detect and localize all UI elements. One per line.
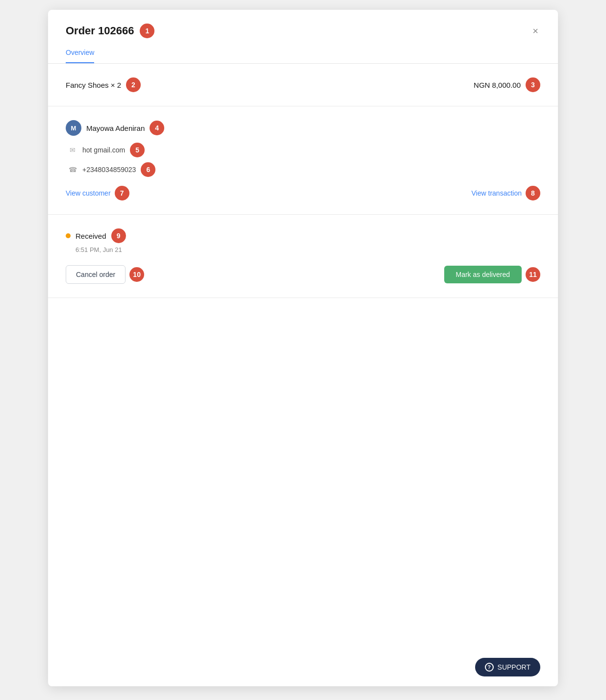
modal-header: Order 102666 1 × [48, 10, 558, 38]
modal-body: Fancy Shoes × 2 2 NGN 8,000.00 3 M Mayow… [48, 64, 558, 473]
view-transaction-badge: 8 [526, 186, 540, 200]
customer-avatar: M [66, 120, 81, 136]
status-section: Received 9 6:51 PM, Jun 21 Cancel order … [48, 215, 558, 298]
view-transaction-link[interactable]: View transaction [472, 189, 522, 197]
email-badge: 5 [130, 143, 145, 157]
status-label: Received [76, 232, 106, 240]
cancel-container: Cancel order 10 [66, 265, 144, 284]
support-button[interactable]: ? SUPPORT [475, 658, 540, 676]
phone-badge: 6 [141, 162, 155, 177]
customer-name-badge: 4 [150, 121, 164, 135]
action-row: Cancel order 10 Mark as delivered 11 [66, 265, 540, 284]
status-row: Received 9 [66, 228, 540, 243]
deliver-badge: 11 [526, 267, 540, 282]
phone-icon: ☎ [68, 166, 77, 174]
product-price-container: NGN 8,000.00 3 [474, 77, 540, 92]
email-text: hot gmail.com [82, 146, 125, 154]
phone-row: ☎ +2348034859023 6 [66, 162, 540, 177]
modal-footer: ? SUPPORT [48, 473, 558, 686]
mark-delivered-button[interactable]: Mark as delivered [444, 266, 522, 283]
product-section: Fancy Shoes × 2 2 NGN 8,000.00 3 [48, 64, 558, 106]
customer-name-text: Mayowa Adeniran [86, 124, 145, 132]
title-badge: 1 [140, 24, 154, 38]
product-price-text: NGN 8,000.00 [474, 81, 521, 89]
view-customer-badge: 7 [115, 186, 129, 200]
product-name-text: Fancy Shoes × 2 [66, 81, 121, 89]
support-label: SUPPORT [498, 663, 530, 671]
deliver-container: Mark as delivered 11 [444, 266, 541, 283]
product-name-container: Fancy Shoes × 2 2 [66, 77, 141, 92]
title-row: Order 102666 1 [66, 24, 154, 38]
support-icon: ? [485, 663, 494, 672]
status-badge: 9 [111, 228, 126, 243]
phone-text: +2348034859023 [82, 166, 136, 174]
cancel-badge: 10 [129, 267, 144, 282]
view-customer-container: View customer 7 [66, 186, 129, 200]
cancel-order-button[interactable]: Cancel order [66, 265, 126, 284]
email-icon: ✉ [68, 146, 77, 154]
product-row: Fancy Shoes × 2 2 NGN 8,000.00 3 [66, 77, 540, 92]
customer-name-row: M Mayowa Adeniran 4 [66, 120, 540, 136]
email-row: ✉ hot gmail.com 5 [66, 143, 540, 157]
price-badge: 3 [526, 77, 540, 92]
view-customer-link[interactable]: View customer [66, 189, 111, 197]
tab-overview[interactable]: Overview [66, 49, 94, 63]
tabs-container: Overview [48, 38, 558, 64]
close-button[interactable]: × [530, 24, 540, 38]
customer-section: M Mayowa Adeniran 4 ✉ hot gmail.com 5 ☎ … [48, 106, 558, 215]
status-time: 6:51 PM, Jun 21 [66, 246, 540, 253]
status-dot [66, 233, 71, 238]
view-transaction-container: View transaction 8 [472, 186, 540, 200]
product-badge: 2 [126, 77, 141, 92]
customer-actions: View customer 7 View transaction 8 [66, 186, 540, 200]
order-modal: Order 102666 1 × Overview Fancy Shoes × … [48, 10, 558, 686]
modal-title: Order 102666 [66, 25, 134, 37]
